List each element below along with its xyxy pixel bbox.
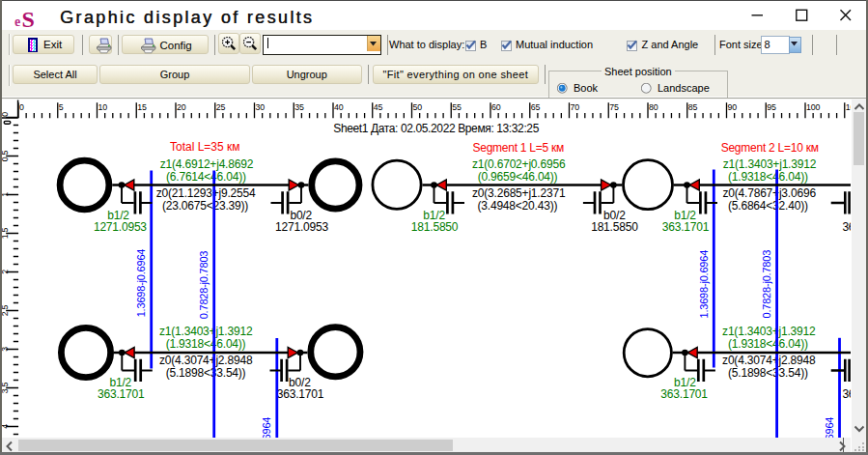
svg-text:181.5850: 181.5850 <box>411 220 459 234</box>
svg-text:z1(1.3403+j1.3912: z1(1.3403+j1.3912 <box>723 157 817 171</box>
svg-text:10: 10 <box>98 102 108 112</box>
svg-text:4: 4 <box>2 424 10 429</box>
svg-text:1271.0953: 1271.0953 <box>275 220 328 234</box>
svg-text:1271.0953: 1271.0953 <box>94 220 147 234</box>
svg-text:(1.9318<46.04)): (1.9318<46.04)) <box>728 337 808 351</box>
svg-text:363.1701: 363.1701 <box>842 387 851 401</box>
svg-text:75: 75 <box>609 102 619 112</box>
svg-text:40: 40 <box>334 102 344 112</box>
svg-text:(1.9318<46.04)): (1.9318<46.04)) <box>728 170 808 184</box>
svg-text:z1(0.6702+j0.6956: z1(0.6702+j0.6956 <box>472 157 566 171</box>
svg-text:60: 60 <box>491 102 501 112</box>
svg-text:Sheet1 Дата: 02.05.2022 Время:: Sheet1 Дата: 02.05.2022 Время: 13:32:25 <box>333 122 539 135</box>
svg-text:105: 105 <box>846 102 851 112</box>
svg-text:363.1701: 363.1701 <box>277 387 324 401</box>
svg-text:80: 80 <box>649 102 658 112</box>
svg-text:0,5: 0,5 <box>2 150 10 161</box>
svg-text:z0(21.1293+j9.2554: z0(21.1293+j9.2554 <box>156 186 256 200</box>
svg-text:z0(4.7867+j3.0696: z0(4.7867+j3.0696 <box>723 186 817 200</box>
svg-text:z0(4.3074+j2.8948: z0(4.3074+j2.8948 <box>722 354 816 367</box>
svg-text:z1(1.3403+j1.3912: z1(1.3403+j1.3912 <box>159 325 253 338</box>
svg-text:3,5: 3,5 <box>2 382 10 393</box>
svg-text:363.1701: 363.1701 <box>662 220 710 234</box>
svg-text:0.7828-j0.7803: 0.7828-j0.7803 <box>198 251 210 320</box>
svg-text:1.3698-j0.6964: 1.3698-j0.6964 <box>698 250 710 319</box>
svg-text:Segment 1 L=5 км: Segment 1 L=5 км <box>473 141 565 155</box>
svg-text:z0(4.3074+j2.8948: z0(4.3074+j2.8948 <box>159 354 253 367</box>
svg-text:3: 3 <box>2 347 10 352</box>
svg-text:70: 70 <box>571 102 580 112</box>
svg-text:Segment 2 L=10 км: Segment 2 L=10 км <box>721 141 819 155</box>
svg-text:95: 95 <box>767 102 776 112</box>
svg-text:65: 65 <box>531 102 541 112</box>
svg-text:1: 1 <box>2 192 10 197</box>
svg-text:2: 2 <box>2 270 10 274</box>
svg-text:5: 5 <box>59 102 64 112</box>
svg-text:1,5: 1,5 <box>2 227 10 239</box>
svg-text:0: 0 <box>2 112 10 117</box>
svg-text:85: 85 <box>688 102 698 112</box>
svg-text:(5.6864<32.40)): (5.6864<32.40)) <box>728 199 808 213</box>
svg-text:(1.9318<46.04)): (1.9318<46.04)) <box>166 337 246 351</box>
svg-text:90: 90 <box>728 102 738 112</box>
svg-text:363.1701: 363.1701 <box>98 387 145 401</box>
svg-text:z0(3.2685+j1.2371: z0(3.2685+j1.2371 <box>472 186 566 200</box>
svg-text:(5.1898<33.54)): (5.1898<33.54)) <box>166 366 246 380</box>
svg-text:1.3698-j0.6964: 1.3698-j0.6964 <box>261 417 272 438</box>
svg-text:(23.0675<23.39)): (23.0675<23.39)) <box>162 199 248 213</box>
svg-text:55: 55 <box>452 102 462 112</box>
svg-text:20: 20 <box>177 102 186 112</box>
svg-text:30: 30 <box>256 102 266 112</box>
svg-text:15: 15 <box>137 102 147 112</box>
svg-text:181.5850: 181.5850 <box>591 220 638 234</box>
svg-text:z1(4.6912+j4.8692: z1(4.6912+j4.8692 <box>160 157 254 171</box>
svg-text:2,5: 2,5 <box>2 304 10 316</box>
svg-text:1.3698-j0.6964: 1.3698-j0.6964 <box>135 249 147 318</box>
svg-text:0: 0 <box>19 102 24 112</box>
svg-text:363.1701: 363.1701 <box>842 220 851 234</box>
svg-text:(5.1898<33.54)): (5.1898<33.54)) <box>728 366 808 380</box>
svg-text:(6.7614<46.04)): (6.7614<46.04)) <box>166 170 246 184</box>
svg-text:Total L=35 км: Total L=35 км <box>170 140 240 154</box>
svg-text:(3.4948<20.43)): (3.4948<20.43)) <box>478 199 558 213</box>
svg-text:0.7828-j0.7803: 0.7828-j0.7803 <box>761 250 772 319</box>
svg-text:35: 35 <box>294 102 304 112</box>
svg-text:45: 45 <box>374 102 383 112</box>
svg-text:363.1701: 363.1701 <box>660 387 708 401</box>
svg-text:1.3698-j0.6964: 1.3698-j0.6964 <box>824 417 835 438</box>
svg-text:25: 25 <box>216 102 226 112</box>
svg-text:z1(1.3403+j1.3912: z1(1.3403+j1.3912 <box>722 325 816 338</box>
svg-text:50: 50 <box>413 102 423 112</box>
svg-text:(0.9659<46.04)): (0.9659<46.04)) <box>478 170 558 184</box>
svg-text:100: 100 <box>806 102 820 112</box>
